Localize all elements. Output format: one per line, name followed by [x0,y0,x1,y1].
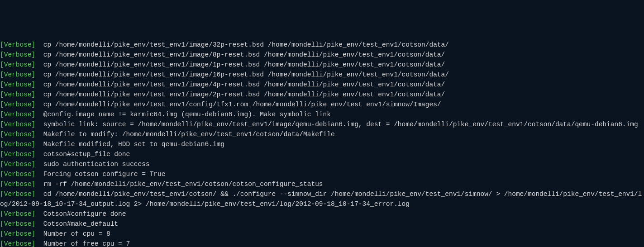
log-tag: [Verbose] [0,71,35,78]
log-tag: [Verbose] [0,111,35,118]
log-tag: [Verbose] [0,41,35,48]
log-line: [Verbose] symbolic link: source = /home/… [0,119,644,129]
log-line: [Verbose] Makefile to modify: /home/mond… [0,129,644,139]
log-message: cp /home/mondelli/pike_env/test_env1/ima… [35,91,445,98]
log-line: [Verbose] Number of cpu = 8 [0,229,644,239]
log-tag: [Verbose] [0,61,35,68]
log-tag: [Verbose] [0,91,35,98]
log-message: cp /home/mondelli/pike_env/test_env1/ima… [35,61,445,68]
log-message: Makefile to modify: /home/mondelli/pike_… [35,131,334,138]
log-message: Cotson#configure done [35,210,126,218]
log-message: cp /home/mondelli/pike_env/test_env1/ima… [35,51,445,58]
terminal-output[interactable]: [Verbose] cp /home/mondelli/pike_env/tes… [0,40,644,247]
log-line: [Verbose] cd /home/mondelli/pike_env/tes… [0,189,644,209]
log-message: Forcing cotson configure = True [35,171,165,178]
log-line: [Verbose] cp /home/mondelli/pike_env/tes… [0,90,644,100]
log-line: [Verbose] @config.image_name != karmic64… [0,109,644,119]
log-message: Number of free cpu = 7 [35,240,130,247]
log-line: [Verbose] Cotson#configure done [0,209,644,219]
log-line: [Verbose] cp /home/mondelli/pike_env/tes… [0,50,644,60]
log-line: [Verbose] cp /home/mondelli/pike_env/tes… [0,80,644,90]
log-message: cp /home/mondelli/pike_env/test_env1/ima… [35,41,449,48]
log-tag: [Verbose] [0,101,35,108]
log-line: [Verbose] Cotson#make_default [0,219,644,229]
log-message: @config.image_name != karmic64.img (qemu… [35,111,331,118]
log-line: [Verbose] cp /home/mondelli/pike_env/tes… [0,40,644,50]
log-tag: [Verbose] [0,121,35,128]
log-line: [Verbose] Number of free cpu = 7 [0,239,644,247]
log-message: cp /home/mondelli/pike_env/test_env1/ima… [35,71,449,78]
log-tag: [Verbose] [0,151,35,158]
log-tag: [Verbose] [0,240,35,247]
log-message: Number of cpu = 8 [35,230,110,238]
log-message: cp /home/mondelli/pike_env/test_env1/con… [35,101,441,108]
log-line: [Verbose] Forcing cotson configure = Tru… [0,169,644,179]
log-line: [Verbose] rm -rf /home/mondelli/pike_env… [0,179,644,189]
log-line: [Verbose] cp /home/mondelli/pike_env/tes… [0,100,644,109]
log-line: [Verbose] cp /home/mondelli/pike_env/tes… [0,70,644,80]
log-tag: [Verbose] [0,190,35,198]
log-message: symbolic link: source = /home/mondelli/p… [35,121,638,128]
log-tag: [Verbose] [0,210,35,218]
log-message: Cotson#make_default [35,220,118,228]
log-line: [Verbose] cp /home/mondelli/pike_env/tes… [0,60,644,70]
log-message: sudo authentication success [35,161,149,168]
log-tag: [Verbose] [0,220,35,228]
log-tag: [Verbose] [0,131,35,138]
log-message: Makefile modified, HDD set to qemu-debia… [35,141,224,148]
log-message: cotson#setup_file done [35,151,130,158]
log-tag: [Verbose] [0,230,35,238]
log-message: cd /home/mondelli/pike_env/test_env1/cot… [0,190,642,208]
log-line: [Verbose] sudo authentication success [0,159,644,169]
log-tag: [Verbose] [0,141,35,148]
log-tag: [Verbose] [0,161,35,168]
log-line: [Verbose] Makefile modified, HDD set to … [0,139,644,149]
log-tag: [Verbose] [0,81,35,88]
log-tag: [Verbose] [0,171,35,178]
log-line: [Verbose] cotson#setup_file done [0,149,644,159]
log-tag: [Verbose] [0,51,35,58]
log-message: cp /home/mondelli/pike_env/test_env1/ima… [35,81,445,88]
log-tag: [Verbose] [0,180,35,188]
log-message: rm -rf /home/mondelli/pike_env/test_env1… [35,180,323,188]
